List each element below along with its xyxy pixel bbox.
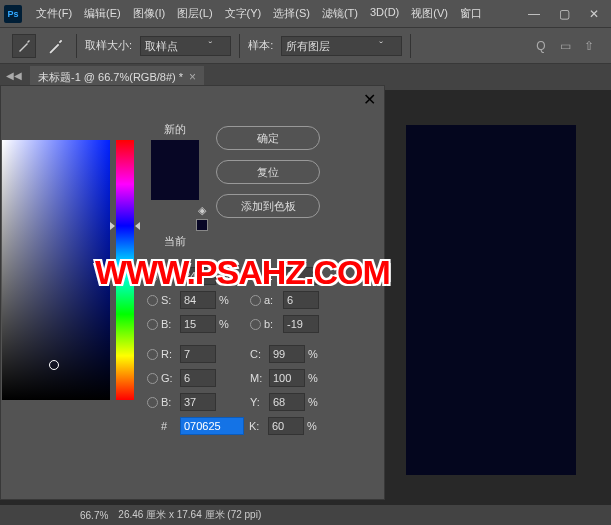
pct-unit: % <box>219 294 235 306</box>
pct-unit: % <box>308 348 324 360</box>
current-color-swatch[interactable] <box>151 170 199 200</box>
menu-bar: 文件(F) 编辑(E) 图像(I) 图层(L) 文字(Y) 选择(S) 滤镜(T… <box>30 2 519 25</box>
expand-panels-icon[interactable]: ◀◀ <box>6 70 22 81</box>
bv-input[interactable] <box>180 315 216 333</box>
separator <box>76 34 77 58</box>
h-label: H: <box>161 270 177 282</box>
separator <box>410 34 411 58</box>
new-color-swatch <box>151 140 199 170</box>
add-swatch-button[interactable]: 添加到色板 <box>216 194 320 218</box>
app-logo: Ps <box>4 5 22 23</box>
m-input[interactable] <box>269 369 305 387</box>
color-field[interactable] <box>2 140 110 400</box>
status-bar: 66.7% 26.46 厘米 x 17.64 厘米 (72 ppi) <box>0 505 611 525</box>
arrange-icon[interactable]: ▭ <box>555 36 575 56</box>
g-input[interactable] <box>180 369 216 387</box>
hue-arrow-left <box>110 222 115 230</box>
a-input[interactable] <box>283 291 319 309</box>
pct-unit: % <box>308 396 324 408</box>
c-input[interactable] <box>269 345 305 363</box>
current-color-label: 当前 <box>140 234 210 249</box>
k-label: K: <box>249 420 265 432</box>
sample-size-select[interactable]: 取样点 ˇ <box>140 36 231 56</box>
menu-view[interactable]: 视图(V) <box>405 2 454 25</box>
a-label: a: <box>264 294 280 306</box>
menu-file[interactable]: 文件(F) <box>30 2 78 25</box>
bv-label: B: <box>161 318 177 330</box>
pct-unit: % <box>307 420 323 432</box>
s-input[interactable] <box>180 291 216 309</box>
color-field-marker <box>49 360 59 370</box>
window-controls: — ▢ ✕ <box>519 4 609 24</box>
s-radio[interactable] <box>147 295 158 306</box>
ok-button[interactable]: 确定 <box>216 126 320 150</box>
r-radio[interactable] <box>147 349 158 360</box>
b-lab-label: b: <box>264 318 280 330</box>
restore-button[interactable]: ▢ <box>549 4 579 24</box>
g-label: G: <box>161 372 177 384</box>
tool-preset-icon[interactable] <box>12 34 36 58</box>
h-input[interactable] <box>180 267 216 285</box>
menu-select[interactable]: 选择(S) <box>267 2 316 25</box>
title-bar: Ps 文件(F) 编辑(E) 图像(I) 图层(L) 文字(Y) 选择(S) 滤… <box>0 0 611 28</box>
options-bar: 取样大小: 取样点 ˇ 样本: 所有图层 ˇ Q ▭ ⇧ <box>0 28 611 64</box>
doc-dimensions: 26.46 厘米 x 17.64 厘米 (72 ppi) <box>118 508 261 522</box>
c-label: C: <box>250 348 266 360</box>
close-button[interactable]: ✕ <box>579 4 609 24</box>
a-radio[interactable] <box>250 295 261 306</box>
menu-3d[interactable]: 3D(D) <box>364 2 405 25</box>
r-input[interactable] <box>180 345 216 363</box>
k-input[interactable] <box>268 417 304 435</box>
r-label: R: <box>161 348 177 360</box>
dialog-close-icon[interactable]: ✕ <box>363 90 376 109</box>
l-input[interactable] <box>283 267 319 285</box>
hex-input[interactable] <box>180 417 244 435</box>
menu-image[interactable]: 图像(I) <box>127 2 171 25</box>
pct-unit: % <box>219 318 235 330</box>
new-color-label: 新的 <box>140 122 210 137</box>
l-radio[interactable] <box>250 271 261 282</box>
l-label: L: <box>264 270 280 282</box>
menu-layer[interactable]: 图层(L) <box>171 2 218 25</box>
b-lab-input[interactable] <box>283 315 319 333</box>
minimize-button[interactable]: — <box>519 4 549 24</box>
hue-arrow-right <box>135 222 140 230</box>
b-label: B: <box>161 396 177 408</box>
pct-unit: % <box>308 372 324 384</box>
color-picker-dialog: ✕ 新的 ◈ 当前 确定 复位 添加到色板 H: <box>0 85 385 500</box>
menu-edit[interactable]: 编辑(E) <box>78 2 127 25</box>
b-radio[interactable] <box>147 397 158 408</box>
m-label: M: <box>250 372 266 384</box>
sample-select[interactable]: 所有图层 ˇ <box>281 36 402 56</box>
separator <box>239 34 240 58</box>
s-label: S: <box>161 294 177 306</box>
menu-window[interactable]: 窗口 <box>454 2 488 25</box>
deg-unit: 度 <box>219 269 235 284</box>
zoom-level[interactable]: 66.7% <box>80 510 108 521</box>
y-input[interactable] <box>269 393 305 411</box>
color-values: H: 度 L: S: % a: B: % <box>147 264 377 438</box>
y-label: Y: <box>250 396 266 408</box>
share-icon[interactable]: ⇧ <box>579 36 599 56</box>
b-input[interactable] <box>180 393 216 411</box>
b-lab-radio[interactable] <box>250 319 261 330</box>
menu-type[interactable]: 文字(Y) <box>219 2 268 25</box>
reset-button[interactable]: 复位 <box>216 160 320 184</box>
canvas-document[interactable] <box>406 125 576 475</box>
g-radio[interactable] <box>147 373 158 384</box>
hue-slider[interactable] <box>116 140 134 400</box>
h-radio[interactable] <box>147 271 158 282</box>
bv-radio[interactable] <box>147 319 158 330</box>
eyedropper-icon <box>44 34 68 58</box>
dialog-header: ✕ <box>1 86 384 112</box>
tab-close-icon[interactable]: × <box>189 70 196 84</box>
sample-size-label: 取样大小: <box>85 38 132 53</box>
hash-label: # <box>161 420 177 432</box>
menu-filter[interactable]: 滤镜(T) <box>316 2 364 25</box>
search-icon[interactable]: Q <box>531 36 551 56</box>
sample-label: 样本: <box>248 38 273 53</box>
cube-icon[interactable]: ◈ <box>140 204 206 217</box>
tiny-swatch[interactable] <box>196 219 208 231</box>
tab-title: 未标题-1 @ 66.7%(RGB/8#) * <box>38 70 183 85</box>
